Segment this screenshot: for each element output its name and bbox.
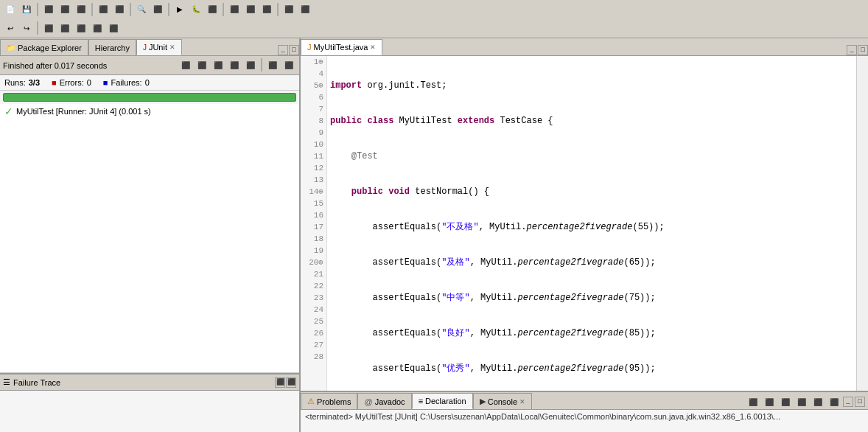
maximize-btn[interactable]: □ xyxy=(289,45,299,55)
tab-junit-close[interactable]: ✕ xyxy=(169,43,175,51)
line-num: 28 xyxy=(304,351,323,363)
junit-stats: Runs: 3/3 ■ Errors: 0 ■ Failures: 0 xyxy=(0,75,299,91)
line-num: 13 xyxy=(304,174,323,186)
toolbar-btn[interactable]: ⬛ xyxy=(150,2,165,17)
toolbar-btn[interactable]: ⬛ xyxy=(96,2,111,17)
line-num: 24 xyxy=(304,304,323,316)
toolbar-btn[interactable]: 💾 xyxy=(19,2,34,17)
junit-toolbar-btn3[interactable]: ⬛ xyxy=(211,58,225,73)
ft-btn1[interactable]: ⬛ xyxy=(275,377,285,388)
toolbar-debug-btn[interactable]: 🐛 xyxy=(189,2,203,17)
tab-hierarchy[interactable]: Hierarchy xyxy=(88,39,136,55)
line-num: 4 xyxy=(304,68,323,80)
toolbar-btn[interactable]: ⬛ xyxy=(281,2,296,17)
toolbar-btn[interactable]: ⬛ xyxy=(106,21,121,35)
toolbar-btn[interactable]: 🔍 xyxy=(134,2,149,17)
line-num: 8 xyxy=(304,115,323,127)
bottom-tabs: ⚠ Problems @ Javadoc ≡ Declaration ▶ Con… xyxy=(301,392,868,410)
bottom-toolbar-btn1[interactable]: ⬛ xyxy=(746,394,760,409)
toolbar-btn[interactable]: ⬛ xyxy=(90,21,105,35)
errors-label: Errors: xyxy=(60,78,84,87)
bottom-toolbar-btn3[interactable]: ⬛ xyxy=(778,394,793,409)
code-line-6: public void testNormal() { xyxy=(330,186,853,198)
toolbar-sep xyxy=(168,3,169,16)
tab-junit-label: JUnit xyxy=(149,43,167,52)
right-panel: J MyUtilTest.java ✕ _ □ 1⊕ 4 5⊕ 6 7 8 xyxy=(301,38,868,432)
line-num: 7 xyxy=(304,103,323,115)
bottom-toolbar-btn2[interactable]: ⬛ xyxy=(762,394,777,409)
line-num: 17 xyxy=(304,221,323,233)
toolbar-btn[interactable]: ⬛ xyxy=(41,21,56,35)
toolbar-undo-btn[interactable]: ↩ xyxy=(3,21,18,35)
toolbar-btn[interactable]: ⬛ xyxy=(57,2,72,17)
junit-toolbar-btn2[interactable]: ⬛ xyxy=(195,58,209,73)
tab-javadoc[interactable]: @ Javadoc xyxy=(357,393,411,409)
tab-problems[interactable]: ⚠ Problems xyxy=(301,393,357,409)
toolbar-btn[interactable]: ⬛ xyxy=(57,21,72,35)
line-num: 23 xyxy=(304,292,323,304)
tab-myutiltest[interactable]: J MyUtilTest.java ✕ xyxy=(301,39,382,55)
tab-hierarchy-label: Hierarchy xyxy=(95,43,130,52)
tab-myutiltest-close[interactable]: ✕ xyxy=(370,43,376,51)
toolbar-btn[interactable]: ⬛ xyxy=(227,2,242,17)
toolbar-run-btn[interactable]: ▶ xyxy=(172,2,187,17)
editor-scrollbar[interactable] xyxy=(856,56,868,391)
toolbar-sep xyxy=(37,3,38,16)
toolbar-btn[interactable]: ⬛ xyxy=(74,21,88,35)
toolbar-btn[interactable]: ⬛ xyxy=(112,2,127,17)
junit-toolbar-btn1[interactable]: ⬛ xyxy=(178,58,193,73)
panel-tabs: 📁 Package Explorer Hierarchy J JUnit ✕ _… xyxy=(0,38,299,56)
code-line-1: import org.junit.Test; xyxy=(330,80,853,91)
console-icon: ▶ xyxy=(480,397,486,406)
toolbar-btn[interactable]: ⬛ xyxy=(298,2,312,17)
toolbar-sep xyxy=(261,58,262,72)
toolbar-redo-btn[interactable]: ↪ xyxy=(19,21,34,35)
toolbar-btn[interactable]: ⬛ xyxy=(205,2,220,17)
error-icon: ■ xyxy=(52,78,57,87)
code-content[interactable]: import org.junit.Test; public class MyUt… xyxy=(327,56,856,391)
bottom-toolbar-btn6[interactable]: ⬛ xyxy=(827,394,841,409)
editor-minimize-btn[interactable]: _ xyxy=(847,45,857,55)
toolbar-btn[interactable]: ⬛ xyxy=(243,2,258,17)
junit-runs: Runs: 3/3 xyxy=(4,78,40,87)
minimize-btn[interactable]: _ xyxy=(278,45,288,55)
junit-toolbar-btn5[interactable]: ⬛ xyxy=(243,58,258,73)
line-num: 22 xyxy=(304,280,323,292)
bottom-toolbar-btn5[interactable]: ⬛ xyxy=(811,394,825,409)
failure-trace-header: ☰ Failure Trace ⬛ ⬛ xyxy=(0,374,299,391)
toolbar-btn[interactable]: ⬛ xyxy=(259,2,274,17)
junit-errors: ■ Errors: 0 xyxy=(52,78,91,87)
junit-toolbar-btn6[interactable]: ⬛ xyxy=(265,58,280,73)
junit-progress-bar xyxy=(3,93,296,102)
line-num: 26 xyxy=(304,327,323,339)
tab-package-explorer[interactable]: 📁 Package Explorer xyxy=(0,39,88,55)
bottom-toolbar-btn4[interactable]: ⬛ xyxy=(794,394,809,409)
bottom-maximize-btn[interactable]: □ xyxy=(855,397,865,407)
editor-area[interactable]: 1⊕ 4 5⊕ 6 7 8 9 10 11 12 13 14⊕ 15 16 17… xyxy=(301,56,868,391)
test-tree[interactable]: ✓ MyUtilTest [Runner: JUnit 4] (0.001 s) xyxy=(0,104,299,373)
code-line-4: public class MyUtilTest extends TestCase… xyxy=(330,115,853,127)
tab-console[interactable]: ▶ Console ✕ xyxy=(473,393,532,409)
failure-trace-title: ☰ Failure Trace xyxy=(3,377,60,387)
test-item[interactable]: ✓ MyUtilTest [Runner: JUnit 4] (0.001 s) xyxy=(0,104,299,119)
toolbar-sep xyxy=(223,3,224,16)
toolbar-btn[interactable]: ⬛ xyxy=(74,2,88,17)
editor-maximize-btn[interactable]: □ xyxy=(858,45,868,55)
tab-junit[interactable]: J JUnit ✕ xyxy=(136,39,182,55)
editor-window-controls: _ □ xyxy=(847,45,868,55)
toolbar-area: 📄 💾 ⬛ ⬛ ⬛ ⬛ ⬛ 🔍 ⬛ ▶ 🐛 ⬛ ⬛ ⬛ ⬛ ⬛ ⬛ ↩ ↪ ⬛ … xyxy=(0,0,868,38)
toolbar-btn[interactable]: ⬛ xyxy=(41,2,56,17)
declaration-icon: ≡ xyxy=(419,397,423,405)
ft-btn2[interactable]: ⬛ xyxy=(286,377,296,388)
tab-console-close[interactable]: ✕ xyxy=(519,398,525,405)
console-output: <terminated> MyUtilTest [JUnit] C:\Users… xyxy=(305,412,780,421)
line-num: 5⊕ xyxy=(304,80,323,91)
line-num: 19 xyxy=(304,245,323,257)
junit-toolbar-btn7[interactable]: ⬛ xyxy=(281,58,296,73)
javadoc-icon: @ xyxy=(364,397,372,406)
toolbar-new-btn[interactable]: 📄 xyxy=(3,2,18,17)
tab-problems-label: Problems xyxy=(317,397,351,406)
junit-toolbar-btn4[interactable]: ⬛ xyxy=(227,58,242,73)
bottom-minimize-btn[interactable]: _ xyxy=(843,397,853,407)
tab-declaration[interactable]: ≡ Declaration xyxy=(412,393,473,409)
